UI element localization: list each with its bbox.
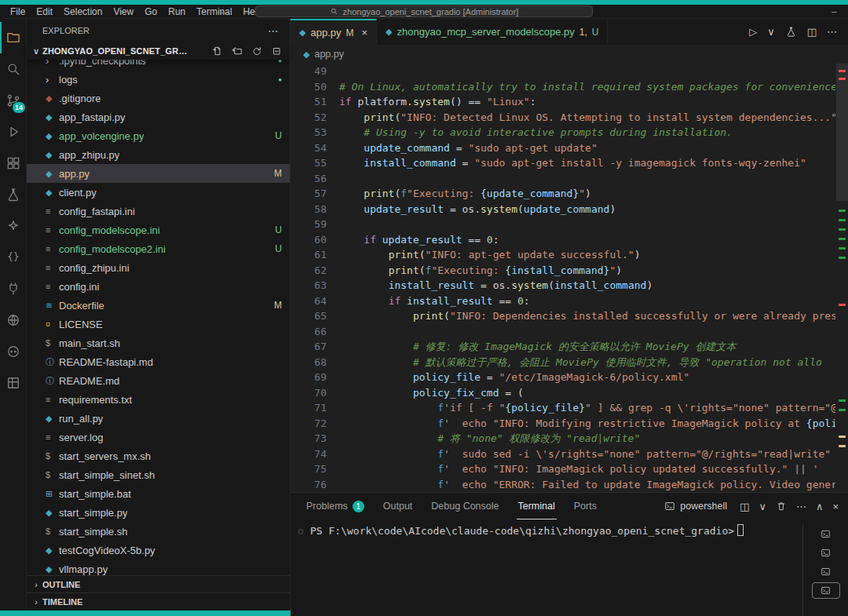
line-number[interactable]: 49 [291,64,327,79]
panel-tab-output[interactable]: Output [382,493,415,519]
menu-file[interactable]: File [5,6,31,17]
file-row[interactable]: ¤LICENSE [27,315,290,334]
file-row[interactable]: ◆vllmapp.py [27,560,290,575]
code-line[interactable]: 55 install_command = "sudo apt-get insta… [291,155,835,171]
file-row[interactable]: ≡config_modelscope.iniU [27,221,290,239]
split-terminal-icon[interactable]: ◫ [740,501,749,512]
file-row[interactable]: ⓘREADME-fastapi.md [27,352,290,371]
activity-remote-explorer-icon[interactable] [0,273,26,304]
file-row[interactable]: ⊞start_simple.bat [27,484,290,503]
new-folder-icon[interactable] [232,46,243,56]
line-number[interactable]: 68 [291,355,327,370]
code-line[interactable]: 72 f' echo "INFO: Modifying restrictive … [291,416,835,432]
scrollbar-thumb[interactable] [836,64,848,201]
code-line[interactable]: 53 # Using -y to avoid interactive promp… [291,125,835,140]
line-number[interactable]: 63 [291,278,327,293]
line-number[interactable]: 74 [291,447,327,462]
code-line[interactable]: 63 install_result = os.system(install_co… [291,278,835,293]
code-line[interactable]: 49 [291,64,835,79]
file-row[interactable]: ≡requirements.txt [27,390,290,409]
code-line[interactable]: 67 # 修复: 修改 ImageMagick 的安全策略以允许 MoviePy… [291,339,835,355]
panel-tab-terminal[interactable]: Terminal [517,493,557,519]
code-line[interactable]: 59 [291,217,835,232]
file-row[interactable]: ≡config_fastapi.ini [27,202,290,221]
maximize-panel-icon[interactable]: ∧ [816,501,824,512]
editor-tab[interactable]: ◆zhongyao_mcp_server_modelscope.py1,U [377,19,608,45]
file-row[interactable]: ◆app.pyM [27,164,290,183]
refresh-icon[interactable] [251,46,262,56]
panel-tab-ports[interactable]: Ports [572,493,598,519]
file-row[interactable]: ◆app_zhipu.py [27,145,290,164]
line-number[interactable]: 61 [291,247,327,263]
terminal[interactable]: ○PS F:\work\code\AIcode\claude-code\qizh… [291,519,848,616]
line-number[interactable]: 62 [291,263,327,279]
window-controls[interactable]: – [832,6,843,17]
panel-tab-problems[interactable]: Problems1 [305,493,366,519]
code-line[interactable]: 58 update_result = os.system(update_comm… [291,202,835,217]
code-line[interactable]: 68 # 默认策略过于严格, 会阻止 MoviePy 使用临时文件, 导致 "o… [291,355,835,370]
terminal-instance-icon[interactable] [812,582,840,599]
section-timeline[interactable]: ›TIMELINE [27,592,290,610]
menu-run[interactable]: Run [163,6,191,17]
line-number[interactable]: 57 [291,186,327,202]
activity-source-control-icon[interactable]: 14 [0,85,26,116]
launch-profile-icon[interactable]: ∨ [758,501,766,512]
file-row[interactable]: ≋DockerfileM [27,296,290,315]
activity-json-tools-icon[interactable] [0,242,26,273]
terminal-instance-icon[interactable] [812,526,840,542]
file-row[interactable]: $start_simple_sinet.sh [27,465,290,484]
code-line[interactable]: 60 if update_result == 0: [291,232,835,248]
section-outline[interactable]: ›OUTLINE [27,575,290,592]
activity-copilot-icon[interactable] [0,336,26,367]
activity-search-icon[interactable] [0,53,26,85]
activity-testing-icon[interactable] [0,179,26,210]
line-number[interactable]: 72 [291,416,327,432]
code-line[interactable]: 65 print("INFO: Dependencies installed s… [291,308,835,324]
terminal-shell-chip[interactable]: powershell [664,501,727,512]
collapse-all-icon[interactable] [271,46,282,56]
panel-tab-debug-console[interactable]: Debug Console [429,493,500,519]
activity-database-icon[interactable] [0,367,26,399]
menu-edit[interactable]: Edit [31,6,58,17]
file-row[interactable]: ≡config_zhipu.ini [27,258,290,277]
menu-view[interactable]: View [108,6,139,17]
line-number[interactable]: 70 [291,385,327,401]
file-row[interactable]: ◆testCogVideoX-5b.py [27,541,290,560]
file-row[interactable]: $start_simple.sh [27,522,290,541]
more-actions-icon[interactable]: ⋯ [827,26,837,38]
line-number[interactable]: 56 [291,171,327,187]
file-row[interactable]: ≡config.ini [27,277,290,296]
sidebar-more-actions-icon[interactable]: ⋯ [268,24,279,37]
line-number[interactable]: 76 [291,477,327,493]
command-center-search[interactable]: zhongyao_openi_scnet_gradio [Administrat… [255,5,593,17]
code-line[interactable]: 57 print(f"Executing: {update_command}") [291,186,835,202]
beaker-icon[interactable] [785,26,797,38]
menu-selection[interactable]: Selection [58,6,108,17]
terminal-instance-icon[interactable] [812,545,840,561]
code-line[interactable]: 61 print("INFO: apt-get update successfu… [291,247,835,263]
file-row[interactable]: $main_start.sh [27,334,290,352]
activity-run-debug-icon[interactable] [0,116,26,148]
line-number[interactable]: 55 [291,155,327,171]
code-line[interactable]: 50# On Linux, automatically try to insta… [291,79,835,95]
line-number[interactable]: 54 [291,140,327,156]
line-number[interactable]: 60 [291,232,327,248]
code-line[interactable]: 71 f'if [ -f "{policy_file}" ] && grep -… [291,400,835,416]
file-row[interactable]: ◆client.py [27,183,290,202]
code-editor[interactable]: 4950# On Linux, automatically try to ins… [291,64,848,492]
folder-row[interactable]: ›logs● [27,70,290,89]
split-editor-icon[interactable]: ◫ [807,26,817,38]
file-row[interactable]: ◆run_all.py [27,409,290,428]
code-line[interactable]: 70 policy_fix_cmd = ( [291,385,835,401]
code-line[interactable]: 74 f' sudo sed -i \'s/rights="none" patt… [291,447,835,462]
code-line[interactable]: 73 # 将 "none" 权限修改为 "read|write" [291,431,835,447]
line-number[interactable]: 64 [291,293,327,309]
code-line[interactable]: 62 print(f"Executing: {install_command}"… [291,263,835,279]
code-line[interactable]: 76 f' echo "ERROR: Failed to update Imag… [291,477,835,493]
code-line[interactable]: 69 policy_file = "/etc/ImageMagick-6/pol… [291,370,835,385]
file-row[interactable]: ◆app_volcengine.pyU [27,126,290,145]
line-number[interactable]: 50 [291,79,327,95]
activity-ai-chat-icon[interactable] [0,210,26,242]
run-icon[interactable]: ▷ [749,26,757,38]
new-file-icon[interactable] [212,46,223,56]
